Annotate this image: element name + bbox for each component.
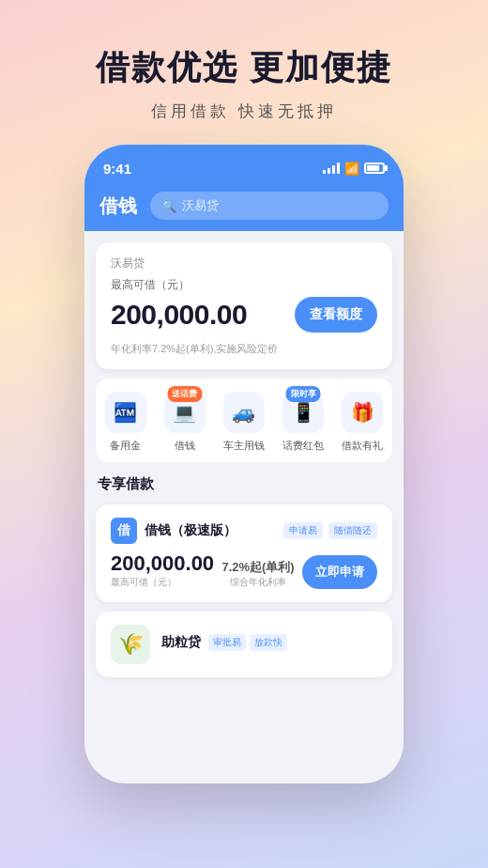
product-rate: 7.2%起(单利) bbox=[221, 559, 294, 576]
loan-amount: 200,000.00 bbox=[111, 299, 247, 331]
huafei-icon-wrap: 限时享 📱 bbox=[282, 392, 324, 433]
marketing-subtitle: 信用借款 快速无抵押 bbox=[30, 101, 458, 122]
product2-info: 助粒贷 审批易 放款快 bbox=[161, 634, 377, 655]
product-card-zhuli: 🌾 助粒贷 审批易 放款快 bbox=[96, 612, 392, 677]
chezhu-label: 车主用钱 bbox=[223, 439, 265, 453]
app-header: 借钱 🔍 沃易贷 bbox=[84, 186, 404, 231]
quick-item-jieqian[interactable]: 送话费 💻 借钱 bbox=[164, 392, 206, 453]
jieqian-label: 借钱 bbox=[175, 439, 195, 453]
marketing-title: 借款优选 更加便捷 bbox=[30, 45, 458, 91]
phone-mockup: 9:41 📶 借钱 🔍 沃易贷 沃易贷 最高可借（元） bbox=[84, 145, 404, 783]
jieqian-badge: 送话费 bbox=[167, 386, 202, 402]
header-title: 借钱 bbox=[99, 194, 141, 219]
quick-menu: 🏧 备用金 送话费 💻 借钱 🚙 车主用钱 限时享 bbox=[96, 379, 392, 462]
wifi-icon: 📶 bbox=[344, 162, 359, 176]
product2-name: 助粒贷 bbox=[161, 634, 201, 651]
product-icon: 借 bbox=[111, 518, 137, 544]
search-placeholder: 沃易贷 bbox=[182, 197, 219, 214]
product-card-jieqian: 借 借钱（极速版） 申请易 随借随还 200,000.00 最高可借（元） 7.… bbox=[96, 504, 392, 602]
huafei-badge: 限时享 bbox=[286, 386, 321, 402]
jiekuan-icon: 🎁 bbox=[351, 401, 374, 424]
product2-name-row: 助粒贷 审批易 放款快 bbox=[161, 634, 377, 651]
search-bar[interactable]: 🔍 沃易贷 bbox=[150, 192, 389, 220]
product-tags: 申请易 随借随还 bbox=[283, 522, 377, 539]
chezhu-icon-wrap: 🚙 bbox=[223, 392, 265, 433]
product-name: 借钱（极速版） bbox=[145, 522, 236, 539]
loan-card: 沃易贷 最高可借（元） 200,000.00 查看额度 年化利率7.2%起(单利… bbox=[96, 242, 392, 369]
jiekuan-icon-wrap: 🎁 bbox=[342, 392, 383, 433]
apply-button[interactable]: 立即申请 bbox=[302, 555, 377, 589]
status-time: 9:41 bbox=[103, 161, 131, 177]
quick-item-jiekuan[interactable]: 🎁 借款有礼 bbox=[342, 392, 383, 453]
marketing-area: 借款优选 更加便捷 信用借款 快速无抵押 bbox=[0, 0, 488, 145]
product-tag-1: 随借随还 bbox=[328, 522, 377, 539]
product2-tag-1: 放款快 bbox=[250, 634, 287, 651]
product2-icon: 🌾 bbox=[111, 625, 150, 664]
product-tag-0: 申请易 bbox=[283, 522, 323, 539]
jieqian-icon-wrap: 送话费 💻 bbox=[164, 392, 206, 433]
quick-item-beiyong[interactable]: 🏧 备用金 bbox=[105, 392, 146, 453]
quick-item-huafei[interactable]: 限时享 📱 话费红包 bbox=[282, 392, 324, 453]
loan-brand: 沃易贷 bbox=[111, 256, 377, 271]
loan-label: 最高可借（元） bbox=[111, 277, 377, 293]
status-bar: 9:41 📶 bbox=[84, 145, 404, 186]
section-title: 专享借款 bbox=[96, 472, 392, 495]
beiyong-label: 备用金 bbox=[110, 439, 141, 453]
chezhu-icon: 🚙 bbox=[232, 401, 255, 424]
beiyong-icon-wrap: 🏧 bbox=[105, 392, 146, 433]
product-rate-area: 7.2%起(单利) 综合年化利率 bbox=[221, 559, 294, 589]
loan-amount-row: 200,000.00 查看额度 bbox=[111, 297, 377, 333]
product2-tag-0: 审批易 bbox=[208, 634, 246, 651]
app-content: 沃易贷 最高可借（元） 200,000.00 查看额度 年化利率7.2%起(单利… bbox=[84, 231, 404, 783]
product-header: 借 借钱（极速版） 申请易 随借随还 bbox=[111, 518, 377, 544]
status-icons: 📶 bbox=[323, 162, 385, 176]
jiekuan-label: 借款有礼 bbox=[342, 439, 383, 453]
product2-tags: 审批易 放款快 bbox=[208, 634, 287, 651]
jieqian-icon: 💻 bbox=[173, 401, 196, 424]
product-amount-note: 最高可借（元） bbox=[111, 576, 214, 589]
product-rate-note: 综合年化利率 bbox=[221, 576, 294, 589]
zhuli-icon: 🌾 bbox=[118, 632, 144, 657]
search-icon: 🔍 bbox=[161, 199, 176, 213]
huafei-icon: 📱 bbox=[292, 401, 315, 424]
product-amount: 200,000.00 bbox=[111, 551, 214, 576]
quick-item-chezhu[interactable]: 🚙 车主用钱 bbox=[223, 392, 265, 453]
battery-icon bbox=[364, 163, 385, 174]
product-amount-area: 200,000.00 最高可借（元） bbox=[111, 551, 214, 589]
product-details: 200,000.00 最高可借（元） 7.2%起(单利) 综合年化利率 立即申请 bbox=[111, 551, 377, 589]
huafei-label: 话费红包 bbox=[282, 439, 324, 453]
check-quota-button[interactable]: 查看额度 bbox=[295, 297, 377, 333]
beiyong-icon: 🏧 bbox=[114, 401, 137, 424]
signal-icon bbox=[323, 163, 340, 174]
loan-note: 年化利率7.2%起(单利),实施风险定价 bbox=[111, 342, 377, 356]
